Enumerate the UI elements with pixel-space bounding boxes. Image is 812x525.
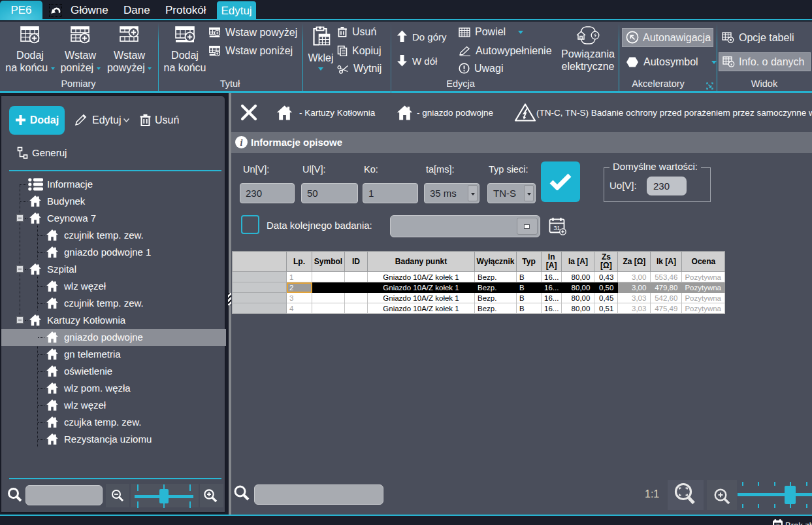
svg-text:i: i [240, 138, 243, 148]
svg-text:31: 31 [553, 225, 560, 231]
